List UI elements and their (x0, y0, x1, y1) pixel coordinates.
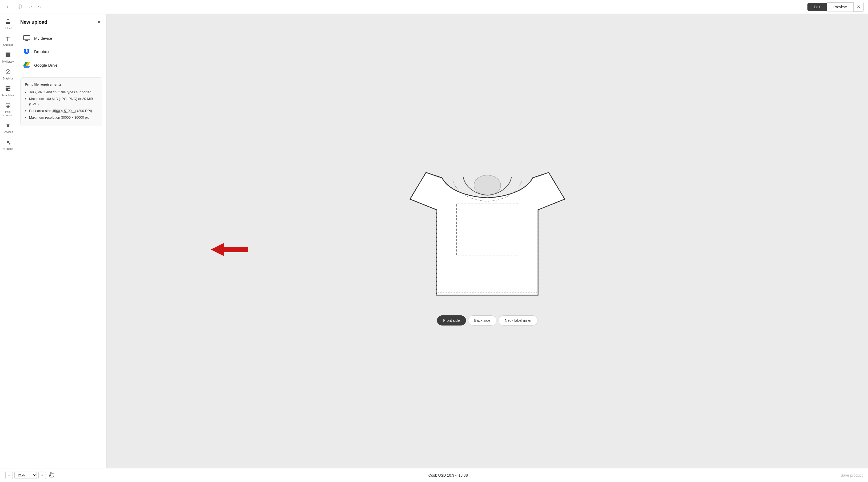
upload-icon (5, 19, 11, 26)
req-item-0: JPG, PNG and SVG file types supported (29, 90, 98, 95)
sidebar-item-paid-content-label: Paid content (1, 110, 15, 117)
req-item-1: Maximum 100 MiB (JPG, PNG) or 20 MiB (SV… (29, 96, 98, 107)
zoom-in-button[interactable]: + (38, 472, 46, 479)
upload-option-google-drive[interactable]: Google Drive (20, 58, 102, 72)
requirements-title: Print file requirements (25, 82, 98, 88)
panel-close-button[interactable]: ✕ (96, 18, 102, 26)
sidebar-item-templates-label: Templates (2, 94, 14, 97)
save-product-button[interactable]: Save product (841, 473, 863, 478)
svg-rect-4 (8, 53, 10, 55)
req-print-area: 4500 × 5100 px (52, 109, 76, 113)
zoom-controls: − 21% 50% 100% + (5, 471, 56, 480)
templates-icon (5, 86, 11, 93)
panel-header: New upload ✕ (20, 18, 102, 26)
ai-image-icon (5, 139, 11, 147)
panel-title: New upload (20, 20, 47, 25)
tab-back-side[interactable]: Back side (468, 315, 497, 325)
services-icon (5, 122, 11, 130)
topbar-left: ← ⓘ ↩ ↪ (4, 2, 43, 11)
back-button[interactable]: ← (4, 2, 13, 11)
zoom-out-button[interactable]: − (5, 472, 13, 479)
sidebar-item-add-text-label: Add text (3, 43, 13, 47)
upload-panel: New upload ✕ My device Dropbox (16, 14, 107, 468)
hand-tool-button[interactable] (48, 471, 56, 480)
arrow-annotation (211, 242, 248, 259)
info-button[interactable]: ⓘ (16, 2, 24, 11)
library-icon (5, 52, 11, 59)
tab-front-side[interactable]: Front side (437, 315, 466, 325)
dropbox-icon (23, 49, 30, 54)
sidebar-item-my-library-label: My library (2, 60, 13, 63)
close-top-button[interactable]: ✕ (853, 2, 864, 12)
sidebar-item-ai-image[interactable]: AI image (0, 136, 16, 153)
text-icon: T (6, 35, 9, 42)
svg-rect-5 (6, 55, 8, 57)
sidebar-item-paid-content[interactable]: Paid content (0, 100, 16, 120)
sidebar-item-add-text[interactable]: T Add text (0, 33, 16, 49)
sidebar-item-services[interactable]: Services (0, 120, 16, 136)
upload-option-dropbox[interactable]: Dropbox (20, 45, 102, 58)
svg-point-7 (6, 70, 10, 74)
sidebar-item-ai-image-label: AI image (3, 148, 13, 151)
redo-button[interactable]: ↪ (36, 3, 43, 11)
svg-rect-9 (6, 88, 8, 91)
cost-text: Cost: USD 10.97–18.88 (428, 473, 468, 478)
sidebar-item-graphics-label: Graphics (2, 77, 13, 80)
graphics-icon (5, 69, 11, 76)
upload-option-dropbox-label: Dropbox (34, 49, 49, 54)
sidebar-item-my-library[interactable]: My library (0, 49, 16, 66)
gdrive-icon (23, 62, 30, 68)
svg-rect-11 (8, 90, 10, 91)
requirements-list: JPG, PNG and SVG file types supported Ma… (25, 90, 98, 121)
bottom-bar: − 21% 50% 100% + Cost: USD 10.97–18.88 S… (0, 468, 868, 482)
svg-rect-2 (6, 23, 10, 24)
paid-content-icon (5, 102, 11, 109)
upload-option-my-device-label: My device (34, 36, 52, 40)
topbar-right: Edit Preview ✕ (807, 2, 864, 12)
svg-rect-3 (6, 53, 8, 55)
sidebar-item-graphics[interactable]: Graphics (0, 66, 16, 83)
svg-rect-14 (24, 35, 30, 40)
topbar: ← ⓘ ↩ ↪ Edit Preview ✕ (0, 0, 868, 14)
tshirt-canvas (405, 157, 570, 307)
svg-rect-8 (6, 86, 10, 88)
tab-neck-label-inner[interactable]: Neck label inner (499, 315, 537, 325)
upload-option-my-device[interactable]: My device (20, 31, 102, 45)
main-layout: Upload T Add text My library Graphics Te… (0, 14, 868, 468)
svg-marker-15 (211, 243, 248, 256)
upload-option-google-drive-label: Google Drive (34, 63, 58, 67)
sidebar-item-upload-label: Upload (4, 27, 12, 30)
canvas-area: Front side Back side Neck label inner (107, 14, 868, 468)
monitor-icon (23, 35, 30, 41)
req-item-3: Maximum resolution 30000 x 30000 px (29, 115, 98, 121)
requirements-box: Print file requirements JPG, PNG and SVG… (20, 77, 102, 126)
svg-point-13 (9, 143, 10, 144)
preview-button[interactable]: Preview (827, 2, 853, 11)
edit-button[interactable]: Edit (807, 3, 827, 11)
svg-rect-10 (8, 88, 10, 89)
sidebar-item-upload[interactable]: Upload (0, 16, 16, 33)
side-tabs: Front side Back side Neck label inner (437, 315, 537, 325)
sidebar-item-templates[interactable]: Templates (0, 83, 16, 100)
undo-button[interactable]: ↩ (27, 3, 33, 11)
sidebar-icons: Upload T Add text My library Graphics Te… (0, 14, 16, 468)
req-item-2: Print area size 4500 × 5100 px (300 DPI) (29, 108, 98, 114)
sidebar-item-services-label: Services (3, 131, 13, 134)
svg-point-16 (474, 175, 501, 195)
svg-rect-6 (8, 55, 10, 57)
zoom-select[interactable]: 21% 50% 100% (14, 472, 37, 479)
